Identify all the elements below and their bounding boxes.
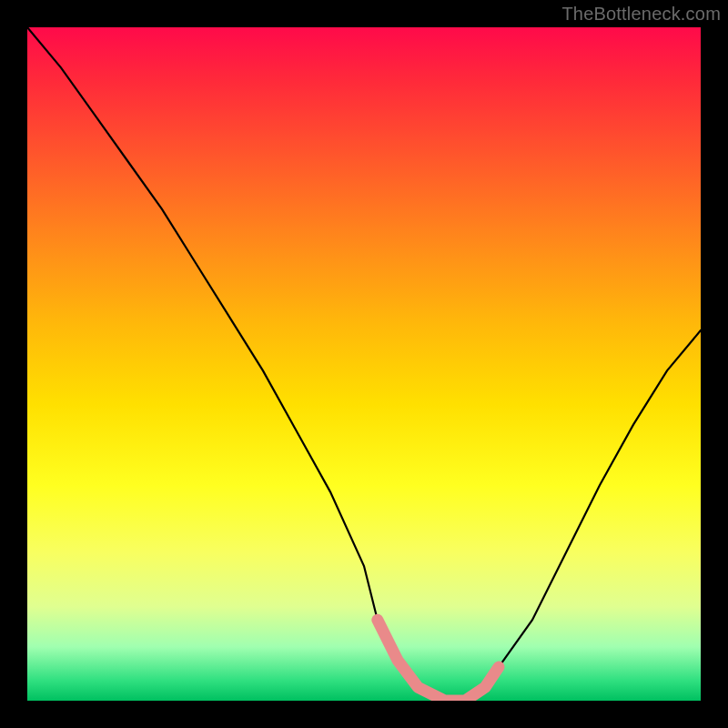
watermark-text: TheBottleneck.com <box>561 4 721 25</box>
chart-svg <box>27 27 701 701</box>
plot-area <box>27 27 701 701</box>
chart-frame: TheBottleneck.com <box>0 0 728 728</box>
optimal-band-path <box>378 620 499 701</box>
series-group <box>27 27 701 701</box>
bottleneck-curve-path <box>27 27 701 701</box>
